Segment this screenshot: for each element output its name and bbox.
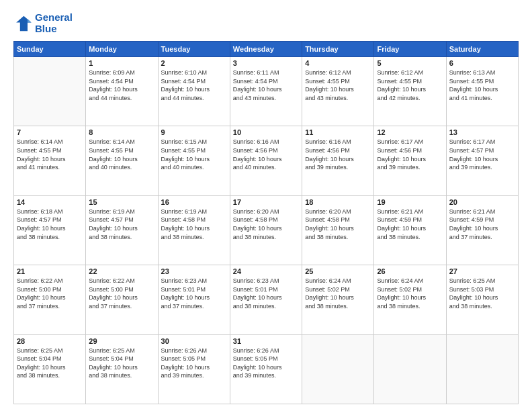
calendar-week-row: 7Sunrise: 6:14 AM Sunset: 4:55 PM Daylig… [14, 126, 519, 195]
calendar: SundayMondayTuesdayWednesdayThursdayFrid… [13, 41, 519, 404]
day-info: Sunrise: 6:22 AM Sunset: 5:00 PM Dayligh… [89, 277, 154, 310]
day-info: Sunrise: 6:25 AM Sunset: 5:04 PM Dayligh… [89, 347, 154, 380]
svg-marker-1 [28, 19, 32, 23]
calendar-day-cell: 17Sunrise: 6:20 AM Sunset: 4:58 PM Dayli… [230, 195, 302, 265]
calendar-day-cell: 4Sunrise: 6:12 AM Sunset: 4:55 PM Daylig… [302, 57, 374, 126]
logo-text: General Blue [35, 12, 73, 34]
calendar-header-row: SundayMondayTuesdayWednesdayThursdayFrid… [14, 42, 519, 57]
calendar-day-cell: 20Sunrise: 6:21 AM Sunset: 4:59 PM Dayli… [446, 195, 518, 265]
day-info: Sunrise: 6:24 AM Sunset: 5:02 PM Dayligh… [377, 277, 443, 310]
day-info: Sunrise: 6:12 AM Sunset: 4:55 PM Dayligh… [377, 68, 443, 102]
calendar-day-cell: 30Sunrise: 6:26 AM Sunset: 5:05 PM Dayli… [158, 334, 230, 404]
calendar-day-cell: 26Sunrise: 6:24 AM Sunset: 5:02 PM Dayli… [374, 265, 446, 334]
day-number: 7 [17, 128, 83, 136]
calendar-day-cell: 1Sunrise: 6:09 AM Sunset: 4:54 PM Daylig… [86, 57, 158, 126]
day-info: Sunrise: 6:26 AM Sunset: 5:05 PM Dayligh… [233, 347, 299, 380]
calendar-day-cell: 25Sunrise: 6:24 AM Sunset: 5:02 PM Dayli… [302, 265, 374, 334]
day-info: Sunrise: 6:15 AM Sunset: 4:55 PM Dayligh… [161, 138, 227, 171]
calendar-day-cell [374, 334, 446, 404]
day-info: Sunrise: 6:14 AM Sunset: 4:55 PM Dayligh… [17, 138, 83, 171]
weekday-header: Saturday [446, 42, 518, 57]
svg-marker-0 [16, 15, 31, 30]
day-info: Sunrise: 6:19 AM Sunset: 4:57 PM Dayligh… [89, 208, 154, 241]
day-number: 16 [161, 198, 227, 206]
calendar-body: 1Sunrise: 6:09 AM Sunset: 4:54 PM Daylig… [14, 57, 519, 404]
day-number: 26 [377, 267, 443, 275]
calendar-week-row: 1Sunrise: 6:09 AM Sunset: 4:54 PM Daylig… [14, 57, 519, 126]
calendar-day-cell: 6Sunrise: 6:13 AM Sunset: 4:55 PM Daylig… [446, 57, 518, 126]
day-number: 25 [305, 267, 371, 275]
day-number: 19 [377, 198, 443, 206]
day-info: Sunrise: 6:12 AM Sunset: 4:55 PM Dayligh… [305, 68, 371, 102]
calendar-day-cell: 27Sunrise: 6:25 AM Sunset: 5:03 PM Dayli… [446, 265, 518, 334]
day-number: 8 [89, 128, 154, 136]
logo: General Blue [13, 12, 73, 34]
day-number: 10 [233, 128, 299, 136]
day-number: 11 [305, 128, 371, 136]
day-number: 14 [17, 198, 83, 206]
day-info: Sunrise: 6:23 AM Sunset: 5:01 PM Dayligh… [161, 277, 227, 310]
day-info: Sunrise: 6:25 AM Sunset: 5:04 PM Dayligh… [17, 347, 83, 380]
calendar-day-cell: 14Sunrise: 6:18 AM Sunset: 4:57 PM Dayli… [14, 195, 86, 265]
calendar-day-cell: 8Sunrise: 6:14 AM Sunset: 4:55 PM Daylig… [86, 126, 158, 195]
day-number: 21 [17, 267, 83, 275]
day-info: Sunrise: 6:13 AM Sunset: 4:55 PM Dayligh… [449, 68, 515, 102]
calendar-week-row: 28Sunrise: 6:25 AM Sunset: 5:04 PM Dayli… [14, 334, 519, 404]
calendar-day-cell: 16Sunrise: 6:19 AM Sunset: 4:58 PM Dayli… [158, 195, 230, 265]
day-number: 3 [233, 59, 299, 67]
day-number: 9 [161, 128, 227, 136]
day-info: Sunrise: 6:25 AM Sunset: 5:03 PM Dayligh… [449, 277, 515, 310]
calendar-day-cell: 7Sunrise: 6:14 AM Sunset: 4:55 PM Daylig… [14, 126, 86, 195]
day-info: Sunrise: 6:09 AM Sunset: 4:54 PM Dayligh… [89, 68, 154, 102]
calendar-day-cell: 10Sunrise: 6:16 AM Sunset: 4:56 PM Dayli… [230, 126, 302, 195]
day-number: 24 [233, 267, 299, 275]
calendar-day-cell: 9Sunrise: 6:15 AM Sunset: 4:55 PM Daylig… [158, 126, 230, 195]
calendar-day-cell: 13Sunrise: 6:17 AM Sunset: 4:57 PM Dayli… [446, 126, 518, 195]
calendar-day-cell: 12Sunrise: 6:17 AM Sunset: 4:56 PM Dayli… [374, 126, 446, 195]
day-number: 18 [305, 198, 371, 206]
weekday-header: Wednesday [230, 42, 302, 57]
day-number: 2 [161, 59, 227, 67]
weekday-header: Sunday [14, 42, 86, 57]
calendar-day-cell [14, 57, 86, 126]
day-info: Sunrise: 6:17 AM Sunset: 4:56 PM Dayligh… [377, 138, 443, 171]
day-info: Sunrise: 6:19 AM Sunset: 4:58 PM Dayligh… [161, 208, 227, 241]
day-info: Sunrise: 6:20 AM Sunset: 4:58 PM Dayligh… [233, 208, 299, 241]
weekday-header: Monday [86, 42, 158, 57]
day-info: Sunrise: 6:16 AM Sunset: 4:56 PM Dayligh… [233, 138, 299, 171]
day-info: Sunrise: 6:21 AM Sunset: 4:59 PM Dayligh… [449, 208, 515, 241]
day-info: Sunrise: 6:11 AM Sunset: 4:54 PM Dayligh… [233, 68, 299, 102]
calendar-day-cell [446, 334, 518, 404]
calendar-day-cell: 28Sunrise: 6:25 AM Sunset: 5:04 PM Dayli… [14, 334, 86, 404]
calendar-day-cell: 18Sunrise: 6:20 AM Sunset: 4:58 PM Dayli… [302, 195, 374, 265]
calendar-day-cell: 31Sunrise: 6:26 AM Sunset: 5:05 PM Dayli… [230, 334, 302, 404]
day-info: Sunrise: 6:22 AM Sunset: 5:00 PM Dayligh… [17, 277, 83, 310]
calendar-day-cell: 3Sunrise: 6:11 AM Sunset: 4:54 PM Daylig… [230, 57, 302, 126]
day-number: 13 [449, 128, 515, 136]
calendar-day-cell: 5Sunrise: 6:12 AM Sunset: 4:55 PM Daylig… [374, 57, 446, 126]
day-number: 12 [377, 128, 443, 136]
header: General Blue [13, 12, 519, 34]
calendar-day-cell: 21Sunrise: 6:22 AM Sunset: 5:00 PM Dayli… [14, 265, 86, 334]
day-number: 29 [89, 337, 154, 345]
calendar-week-row: 21Sunrise: 6:22 AM Sunset: 5:00 PM Dayli… [14, 265, 519, 334]
day-number: 30 [161, 337, 227, 345]
day-number: 5 [377, 59, 443, 67]
calendar-day-cell: 23Sunrise: 6:23 AM Sunset: 5:01 PM Dayli… [158, 265, 230, 334]
day-info: Sunrise: 6:17 AM Sunset: 4:57 PM Dayligh… [449, 138, 515, 171]
day-info: Sunrise: 6:23 AM Sunset: 5:01 PM Dayligh… [233, 277, 299, 310]
calendar-day-cell: 15Sunrise: 6:19 AM Sunset: 4:57 PM Dayli… [86, 195, 158, 265]
calendar-week-row: 14Sunrise: 6:18 AM Sunset: 4:57 PM Dayli… [14, 195, 519, 265]
day-number: 23 [161, 267, 227, 275]
day-info: Sunrise: 6:21 AM Sunset: 4:59 PM Dayligh… [377, 208, 443, 241]
day-number: 20 [449, 198, 515, 206]
weekday-header: Thursday [302, 42, 374, 57]
weekday-header: Friday [374, 42, 446, 57]
day-info: Sunrise: 6:20 AM Sunset: 4:58 PM Dayligh… [305, 208, 371, 241]
day-number: 15 [89, 198, 154, 206]
day-info: Sunrise: 6:24 AM Sunset: 5:02 PM Dayligh… [305, 277, 371, 310]
day-info: Sunrise: 6:10 AM Sunset: 4:54 PM Dayligh… [161, 68, 227, 102]
day-info: Sunrise: 6:18 AM Sunset: 4:57 PM Dayligh… [17, 208, 83, 241]
calendar-day-cell [302, 334, 374, 404]
day-info: Sunrise: 6:26 AM Sunset: 5:05 PM Dayligh… [161, 347, 227, 380]
